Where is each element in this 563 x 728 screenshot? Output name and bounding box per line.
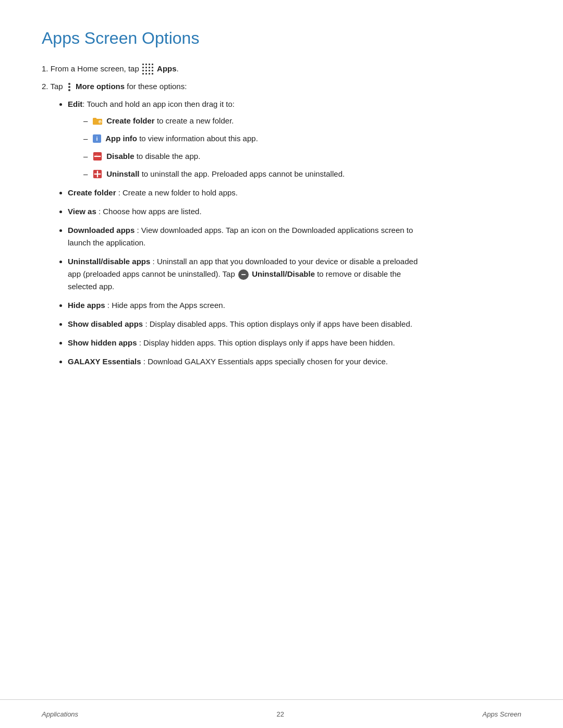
bullet-uninstall-disable-apps: Uninstall/disable apps : Uninstall an ap… [68, 255, 427, 293]
uninstall-text: to uninstall the app. Preloaded apps can… [142, 169, 345, 178]
create-folder-label: Create folder [106, 116, 155, 125]
page-title: Apps Screen Options [42, 29, 427, 48]
bullet-create-folder: Create folder : Create a new folder to h… [68, 187, 427, 199]
disable-label: Disable [106, 152, 134, 161]
page-content: Apps Screen Options 1. From a Home scree… [0, 0, 469, 426]
footer-left: Applications [42, 710, 78, 718]
bullet-show-hidden-apps: Show hidden apps : Display hidden apps. … [68, 337, 427, 349]
uninstall-disable-button-icon: − [238, 269, 249, 280]
step-2: 2. Tap More options for these options: [42, 80, 427, 93]
downloaded-apps-label: Downloaded apps [68, 226, 134, 235]
step-1-period: . [177, 64, 179, 73]
disable-icon: 🚫 [93, 152, 102, 161]
footer-right: Apps Screen [483, 710, 521, 718]
create-folder-main-label: Create folder [68, 188, 116, 197]
app-info-text: to view information about this app. [139, 134, 258, 143]
uninstall-disable-btn-label: Uninstall/Disable [252, 269, 315, 278]
bullet-galaxy-essentials: GALAXY Essentials : Download GALAXY Esse… [68, 355, 427, 368]
create-folder-icon: + [93, 117, 102, 125]
edit-label: Edit [68, 100, 82, 108]
uninstall-label: Uninstall [106, 169, 139, 178]
step-1-text-before: From a Home screen, tap [51, 64, 139, 73]
main-bullet-list: Edit: Touch and hold an app icon then dr… [68, 98, 427, 368]
sub-app-info: i App info to view information about thi… [83, 132, 427, 145]
create-folder-text: to create a new folder. [157, 116, 234, 125]
footer-center: 22 [277, 710, 284, 718]
step-2-more-options-label: More options [76, 82, 125, 91]
view-as-text: : Choose how apps are listed. [99, 207, 202, 216]
bullet-show-disabled-apps: Show disabled apps : Display disabled ap… [68, 318, 427, 330]
create-folder-main-text: : Create a new folder to hold apps. [118, 188, 238, 197]
sub-uninstall: Uninstall to uninstall the app. Preloade… [83, 168, 427, 180]
disable-text: to disable the app. [137, 152, 201, 161]
sub-disable: 🚫 Disable to disable the app. [83, 150, 427, 163]
hide-apps-label: Hide apps [68, 301, 105, 310]
edit-sub-list: + Create folder to create a new folder. … [83, 115, 427, 180]
show-hidden-apps-label: Show hidden apps [68, 338, 137, 347]
step-1-apps-label: Apps [157, 64, 177, 73]
step-2-text-before: Tap [50, 82, 63, 91]
bullet-edit: Edit: Touch and hold an app icon then dr… [68, 98, 427, 180]
show-hidden-apps-text: : Display hidden apps. This option displ… [139, 338, 395, 347]
sub-create-folder: + Create folder to create a new folder. [83, 115, 427, 127]
step-1-number: 1. [42, 64, 51, 73]
show-disabled-apps-label: Show disabled apps [68, 319, 143, 328]
apps-grid-icon [142, 64, 154, 75]
bullet-hide-apps: Hide apps : Hide apps from the Apps scre… [68, 299, 427, 312]
bullet-downloaded-apps: Downloaded apps : View downloaded apps. … [68, 224, 427, 249]
hide-apps-text: : Hide apps from the Apps screen. [107, 301, 225, 310]
galaxy-essentials-label: GALAXY Essentials [68, 357, 141, 366]
app-info-icon: i [93, 134, 101, 143]
step-2-number: 2. [42, 82, 50, 91]
step-1: 1. From a Home screen, tap Apps. [42, 63, 427, 75]
galaxy-essentials-text: : Download GALAXY Essentials apps specia… [143, 357, 388, 366]
view-as-label: View as [68, 207, 96, 216]
show-disabled-apps-text: : Display disabled apps. This option dis… [145, 319, 412, 328]
bullet-view-as: View as : Choose how apps are listed. [68, 205, 427, 218]
step-2-text-after: for these options: [127, 82, 187, 91]
uninstall-icon [93, 169, 102, 179]
edit-text: : Touch and hold an app icon then drag i… [82, 100, 235, 108]
app-info-label: App info [105, 134, 137, 143]
uninstall-disable-apps-label: Uninstall/disable apps [68, 257, 150, 266]
footer: Applications 22 Apps Screen [0, 699, 563, 728]
more-options-icon [66, 83, 73, 91]
